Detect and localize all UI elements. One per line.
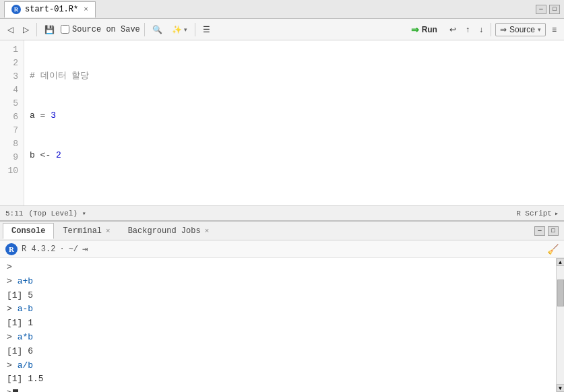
editor-tab[interactable]: R start-01.R* × <box>4 1 96 18</box>
console-line-result-4: [1] 1.5 <box>7 372 549 387</box>
forward-icon: ▷ <box>23 25 29 34</box>
toolbar-separator-2 <box>144 23 145 36</box>
console-line-result-2: [1] 1 <box>7 317 549 331</box>
line-num-2: 2 <box>5 57 18 70</box>
search-button[interactable]: 🔍 <box>149 22 166 38</box>
console-line-cmd-4: > a/b <box>7 359 549 373</box>
tab-terminal[interactable]: Terminal × <box>54 223 119 239</box>
tab-background-jobs[interactable]: Background Jobs × <box>119 223 218 239</box>
cursor-position: 5:11 <box>5 209 23 218</box>
console-scrollbar[interactable]: ▲ ▼ <box>556 258 564 392</box>
format-icon: ☰ <box>203 25 210 34</box>
save-icon: 💾 <box>44 25 55 34</box>
script-type: R Script <box>516 209 552 218</box>
console-line-cmd-3: > a*b <box>7 331 549 345</box>
toolbar-separator-4 <box>491 23 491 36</box>
title-bar: R start-01.R* × — □ <box>0 0 564 19</box>
toolbar-right: ⇒ Run ↩ ↑ ↓ ⇒ Source ▾ ≡ <box>405 22 560 38</box>
format-button[interactable]: ☰ <box>199 22 214 38</box>
nav-icon[interactable]: ⇥ <box>82 243 88 255</box>
r-version: R 4.3.2 <box>22 244 55 254</box>
scroll-track[interactable] <box>557 266 565 384</box>
console-main: > > a+b [1] 5 > a-b [1] 1 > a*b [1] 6 <box>0 258 564 392</box>
r-file-icon: R <box>11 5 21 14</box>
rerun-icon: ↩ <box>449 25 456 34</box>
editor-main: 1 2 3 4 5 6 7 8 9 10 # 데이터 할당 a = 3 b <-… <box>0 40 564 205</box>
tab-close-icon[interactable]: × <box>84 5 88 13</box>
panel-tabs: Console Terminal × Background Jobs × — □ <box>0 222 564 240</box>
code-line-3: b <- 2 <box>30 149 559 162</box>
console-line-cmd-2: > a-b <box>7 302 549 317</box>
console-line-prompt-empty: > <box>7 261 549 275</box>
forward-button[interactable]: ▷ <box>20 22 32 38</box>
up-button[interactable]: ↑ <box>462 22 473 38</box>
background-jobs-tab-close[interactable]: × <box>205 227 210 235</box>
console-cursor <box>13 389 18 392</box>
scope-indicator: (Top Level) ▾ <box>28 209 86 218</box>
window-controls: — □ <box>536 5 560 14</box>
search-icon: 🔍 <box>152 25 162 34</box>
scope-dropdown[interactable]: ▾ <box>82 210 86 218</box>
panel-section: Console Terminal × Background Jobs × — □… <box>0 220 564 392</box>
r-logo: R <box>5 243 18 255</box>
down-button[interactable]: ↓ <box>476 22 487 38</box>
console-line-cmd-1: > a+b <box>7 275 549 289</box>
console-line-result-1: [1] 5 <box>7 289 549 303</box>
panel-maximize-button[interactable]: □ <box>548 226 559 236</box>
console-active-prompt: > <box>7 387 549 392</box>
script-type-arrow[interactable]: ▸ <box>555 209 559 218</box>
line-num-9: 9 <box>5 151 18 164</box>
line-num-8: 8 <box>5 137 18 151</box>
line-num-3: 3 <box>5 70 18 84</box>
panel-window-controls: — □ <box>534 226 561 236</box>
line-numbers: 1 2 3 4 5 6 7 8 9 10 <box>0 40 24 205</box>
run-button[interactable]: ⇒ Run <box>405 22 443 37</box>
status-right: R Script ▸ <box>516 209 559 218</box>
source-icon: ⇒ <box>500 25 507 34</box>
editor-toolbar: ◁ ▷ 💾 Source on Save 🔍 ✨ ▾ ☰ ⇒ Run ↩ ↑ ↓ <box>0 19 564 40</box>
back-icon: ◁ <box>7 25 13 34</box>
line-num-4: 4 <box>5 84 18 97</box>
scroll-down-button[interactable]: ▼ <box>557 384 565 392</box>
source-on-save-checkbox[interactable] <box>61 25 69 34</box>
source-button[interactable]: ⇒ Source ▾ <box>495 23 546 36</box>
back-button[interactable]: ◁ <box>4 22 17 38</box>
clear-console-button[interactable]: 🧹 <box>547 244 559 255</box>
code-line-2: a = 3 <box>30 109 559 123</box>
save-button[interactable]: 💾 <box>41 22 58 38</box>
terminal-tab-label: Terminal <box>63 226 102 236</box>
working-dir: ~/ <box>69 244 78 254</box>
background-jobs-tab-label: Background Jobs <box>128 226 201 236</box>
console-body[interactable]: > > a+b [1] 5 > a-b [1] 1 > a*b [1] 6 <box>0 258 556 392</box>
up-icon: ↑ <box>466 25 470 34</box>
rerun-button[interactable]: ↩ <box>446 22 460 38</box>
menu-button[interactable]: ≡ <box>549 22 560 38</box>
code-tools-button[interactable]: ✨ ▾ <box>168 22 191 38</box>
panel-minimize-button[interactable]: — <box>534 226 545 236</box>
line-num-7: 7 <box>5 124 18 137</box>
code-line-1: # 데이터 할당 <box>30 69 559 83</box>
line-num-1: 1 <box>5 43 18 57</box>
source-dropdown-arrow: ▾ <box>538 26 541 33</box>
terminal-tab-close[interactable]: × <box>106 227 111 235</box>
editor-container: 1 2 3 4 5 6 7 8 9 10 # 데이터 할당 a = 3 b <-… <box>0 40 564 220</box>
code-line-4 <box>30 189 559 202</box>
minimize-button[interactable]: — <box>536 5 546 14</box>
dropdown-arrow: ▾ <box>184 26 187 33</box>
console-line-result-3: [1] 6 <box>7 345 549 359</box>
console-toolbar: R R 4.3.2 · ~/ ⇥ 🧹 <box>0 240 564 258</box>
status-bar: 5:11 (Top Level) ▾ R Script ▸ <box>0 205 564 220</box>
scroll-up-button[interactable]: ▲ <box>557 258 565 266</box>
source-on-save-wrap[interactable]: Source on Save <box>61 25 140 34</box>
menu-icon: ≡ <box>552 25 557 34</box>
line-num-6: 6 <box>5 110 18 124</box>
scroll-thumb[interactable] <box>557 280 564 306</box>
code-editor[interactable]: # 데이터 할당 a = 3 b <- 2 # 데이터 사칙연산 a+b a-b… <box>24 40 564 205</box>
source-label: Source <box>509 25 535 34</box>
line-num-5: 5 <box>5 97 18 110</box>
down-icon: ↓ <box>479 25 483 34</box>
run-label: Run <box>422 25 437 34</box>
maximize-button[interactable]: □ <box>549 5 560 14</box>
tab-console[interactable]: Console <box>3 223 54 239</box>
wand-icon: ✨ <box>172 25 182 34</box>
